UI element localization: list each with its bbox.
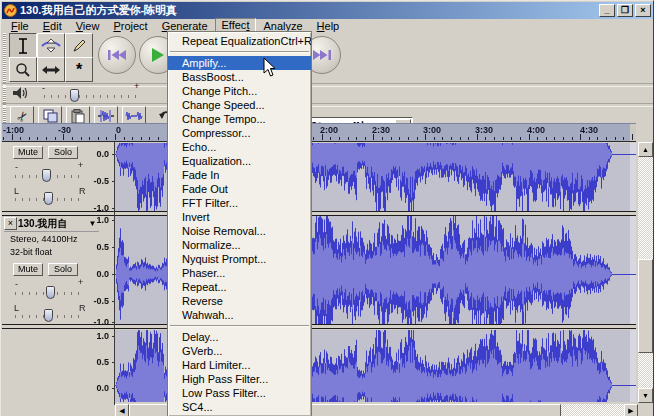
envelope-tool-button[interactable] — [37, 33, 65, 58]
envelope-icon — [41, 38, 61, 54]
track1-mute-button[interactable]: Mute — [13, 146, 43, 159]
track2-ch2-scale-label: 0.0 — [87, 383, 109, 393]
track1-gain-minus: - — [15, 162, 18, 172]
effect-menu-item-noise-removal[interactable]: Noise Removal... — [168, 224, 311, 238]
track2-pan-slider-thumb[interactable] — [44, 309, 53, 322]
close-button[interactable]: × — [635, 4, 651, 17]
effect-menu-item-echo[interactable]: Echo... — [168, 140, 311, 154]
effect-menu-item-repeat[interactable]: Repeat... — [168, 280, 311, 294]
effect-menu-item-fft-filter[interactable]: FFT Filter... — [168, 196, 311, 210]
effect-menu-item-nyquist-prompt[interactable]: Nyquist Prompt... — [168, 252, 311, 266]
track1-pan-right: R — [79, 186, 86, 196]
track2-ch2-scale-label: 0.5 — [87, 357, 109, 367]
draw-tool-button[interactable] — [65, 33, 93, 58]
effect-menu-item-invert[interactable]: Invert — [168, 210, 311, 224]
effect-menu-item-normalize[interactable]: Normalize... — [168, 238, 311, 252]
effect-menu-item-wahwah[interactable]: Wahwah... — [168, 308, 311, 322]
tracks-area: Mute Solo - + L R × 130.我用自 ▼ Stereo, 44… — [2, 141, 636, 404]
selection-tool-button[interactable] — [9, 33, 37, 58]
effect-menu-item-amplify[interactable]: Amplify... — [168, 56, 311, 70]
edit-toolbar-grip[interactable] — [3, 105, 6, 123]
track2-ch1-scale-label: -1.0 — [87, 317, 109, 327]
track2-gain-minus: - — [15, 279, 18, 289]
track2-ch1-scale-label: 0.5 — [87, 242, 109, 252]
track2-titlebar-divider — [4, 231, 99, 232]
track2-solo-button[interactable]: Solo — [48, 263, 78, 276]
double-arrow-icon — [41, 64, 61, 76]
effect-menu-item-gverb[interactable]: GVerb... — [168, 344, 311, 358]
volume-slider[interactable] — [44, 95, 138, 98]
ibeam-icon — [16, 38, 30, 54]
effect-menu: Repeat EqualizationCtrl+RAmplify...BassB… — [167, 31, 312, 416]
track2-pan-right: R — [79, 303, 86, 313]
track1-gain-slider-thumb[interactable] — [42, 169, 51, 182]
ruler-label: -1:00 — [3, 125, 24, 135]
effect-menu-item-delay[interactable]: Delay... — [168, 330, 311, 344]
track2-ch1-scale-label: 1.0 — [87, 215, 109, 225]
track2-ch1-scale-label: -0.5 — [87, 296, 109, 306]
menu-item-help[interactable]: Help — [310, 19, 347, 33]
ruler-label: 4:00 — [527, 125, 545, 135]
effect-menu-item-hard-limiter[interactable]: Hard Limiter... — [168, 358, 311, 372]
track1-pan-slider-thumb[interactable] — [44, 192, 53, 205]
menu-item-project[interactable]: Project — [106, 19, 154, 33]
effect-menu-item-high-pass-filter[interactable]: High Pass Filter... — [168, 372, 311, 386]
scroll-right-icon[interactable]: ▶ — [624, 404, 638, 416]
window-title: 130.我用自己的方式爱你-陈明真 — [20, 3, 599, 18]
scroll-down-icon[interactable]: ▼ — [638, 388, 653, 403]
mixer-toolbar-grip[interactable] — [3, 85, 6, 105]
effect-menu-item-repeat-equalization[interactable]: Repeat EqualizationCtrl+R — [168, 34, 311, 48]
volume-minus-label: - — [42, 83, 45, 93]
effect-menu-item-bassboost[interactable]: BassBoost... — [168, 70, 311, 84]
effect-menu-item-low-pass-filter[interactable]: Low Pass Filter... — [168, 386, 311, 400]
maximize-button[interactable]: ❐ — [617, 4, 633, 17]
title-bar[interactable]: 130.我用自己的方式爱你-陈明真 _ ❐ × — [2, 2, 653, 19]
track2-bitdepth-info: 32-bit float — [10, 247, 52, 257]
track1-pan-left: L — [14, 186, 19, 196]
effect-menu-item-change-speed[interactable]: Change Speed... — [168, 98, 311, 112]
ruler-label: -30 — [58, 125, 71, 135]
menu-item-file[interactable]: File — [4, 19, 36, 33]
track2-close-icon[interactable]: × — [4, 217, 17, 230]
track1-scale-label: 0.0 — [87, 149, 109, 159]
effect-menu-item-phaser[interactable]: Phaser... — [168, 266, 311, 280]
multi-tool-button[interactable]: * — [65, 57, 93, 82]
copy-icon — [43, 109, 58, 123]
effect-menu-item-change-tempo[interactable]: Change Tempo... — [168, 112, 311, 126]
track2-gain-slider-thumb[interactable] — [46, 286, 55, 299]
effect-menu-item-fade-in[interactable]: Fade In — [168, 168, 311, 182]
zoom-tool-button[interactable] — [9, 57, 37, 82]
effect-menu-item-equalization[interactable]: Equalization... — [168, 154, 311, 168]
track2-name: 130.我用自 — [18, 217, 84, 231]
effect-menu-separator — [168, 48, 311, 56]
scroll-left-icon[interactable]: ◀ — [115, 404, 129, 416]
track1-scale-label: -1.0 — [87, 203, 109, 213]
effect-menu-item-fade-out[interactable]: Fade Out — [168, 182, 311, 196]
audacity-logo-icon — [4, 4, 17, 17]
volume-slider-thumb[interactable] — [70, 89, 79, 102]
effect-menu-item-sc4[interactable]: SC4... — [168, 400, 311, 414]
minimize-button[interactable]: _ — [599, 4, 615, 17]
track2-format-info: Stereo, 44100Hz — [10, 234, 78, 244]
timeline-ruler[interactable]: -1:00-3002:002:303:003:304:004:30 — [2, 123, 636, 141]
menu-bar: FileEditViewProjectGenerateEffectAnalyze… — [2, 19, 654, 33]
effect-menu-item-change-pitch[interactable]: Change Pitch... — [168, 84, 311, 98]
toolbar-grip[interactable] — [3, 33, 6, 83]
silence-icon — [125, 109, 143, 123]
vertical-scroll-thumb[interactable] — [638, 259, 653, 353]
ruler-label: 3:00 — [423, 125, 441, 135]
menu-item-view[interactable]: View — [69, 19, 107, 33]
pencil-icon — [71, 38, 87, 54]
effect-menu-item-reverse[interactable]: Reverse — [168, 294, 311, 308]
track2-ch1-scale-label: 0.0 — [87, 269, 109, 279]
menu-item-edit[interactable]: Edit — [36, 19, 69, 33]
track2-mute-button[interactable]: Mute — [13, 263, 43, 276]
skip-start-button[interactable] — [98, 36, 136, 74]
track1-solo-button[interactable]: Solo — [48, 146, 78, 159]
scroll-up-icon[interactable]: ▲ — [638, 142, 653, 157]
effect-menu-item-compressor[interactable]: Compressor... — [168, 126, 311, 140]
volume-plus-label: + — [134, 81, 139, 91]
timeshift-tool-button[interactable] — [37, 57, 65, 82]
skip-end-icon — [312, 49, 332, 61]
track2-pan-left: L — [14, 303, 19, 313]
